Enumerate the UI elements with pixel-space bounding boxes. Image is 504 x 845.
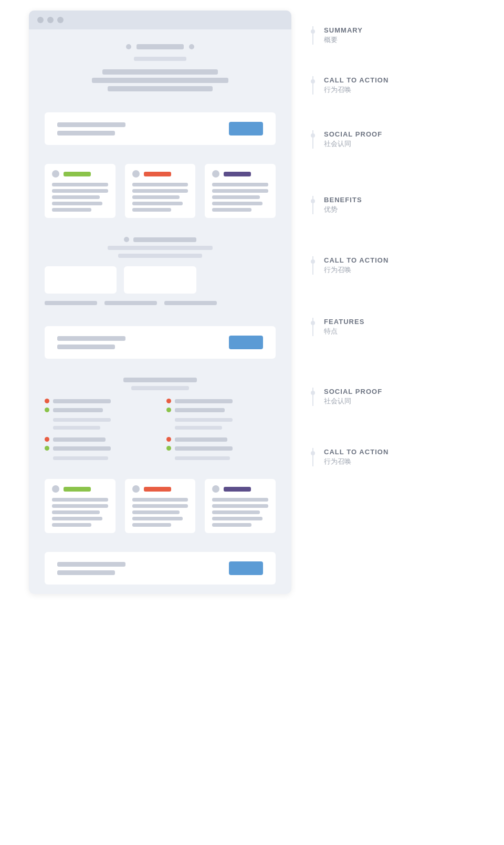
label-cta1: CALL TO ACTION 行为召唤 [312,76,504,95]
summary-dot-right [189,44,194,49]
feat-dot-red3 [166,399,171,403]
benefit-card3 [204,266,276,294]
social2-avatar3 [212,485,219,493]
cta2-box [45,326,276,359]
label-cta1-en: CALL TO ACTION [324,76,504,84]
feat-bar2 [53,408,103,412]
s2c1b3 [52,510,100,514]
s2c2b4 [132,517,183,520]
feat-dot-red1 [45,399,49,403]
social1-card3-header [212,170,268,178]
social1-avatar3 [212,170,219,178]
summary-bar-2 [92,78,228,83]
cta3-button[interactable] [229,561,263,575]
social2-avatar1 [52,485,59,493]
benefits-footer [45,301,276,305]
label-group-social2: SOCIAL PROOF 社会认同 [312,388,504,448]
social1-tag1 [64,172,91,176]
cta1-line1 [57,122,125,127]
benefit-footer-bar2 [104,301,157,305]
s1c1b3 [52,195,100,199]
social1-card1 [45,164,116,218]
label-group-cta1: CALL TO ACTION 行为召唤 [312,76,504,130]
label-cta3: CALL TO ACTION 行为召唤 [312,448,504,466]
s1c3b5 [212,208,251,212]
social2-avatar2 [132,485,140,493]
summary-bars [92,69,228,91]
cta1-section [29,103,291,154]
label-group-cta2: CALL TO ACTION 行为召唤 [312,256,504,318]
feat-bar3 [53,437,106,442]
feat-sub6 [175,456,230,460]
label-cta3-en: CALL TO ACTION [324,448,504,456]
traffic-light-red [37,17,44,23]
s2c3b1 [212,498,268,502]
social2-card1-header [52,485,108,493]
label-cta2-zh: 行为召唤 [324,265,504,275]
traffic-light-green [57,17,64,23]
benefits-sub-bar2 [118,254,202,258]
social2-tag1 [64,487,91,492]
social2-card3-bars [212,498,268,527]
cta1-line2 [57,131,115,135]
cta1-button[interactable] [229,122,263,135]
feat-bar4 [53,446,111,451]
cta2-line1 [57,336,125,341]
label-group-benefits: BENEFITS 优势 [312,196,504,256]
feat-bar7 [175,437,227,442]
features-col1 [45,399,154,460]
feat-sub5 [175,426,222,430]
s2c2b5 [132,523,172,527]
feat-sub3 [53,456,108,460]
s2c3b2 [212,504,268,508]
social1-card1-header [52,170,108,178]
benefit-footer-bar1 [45,301,97,305]
label-group-features: FEATURES 特点 [312,318,504,388]
feat-dot-green2 [45,446,49,451]
feat-row7 [166,437,276,442]
benefits-sub-bar [108,246,213,250]
label-summary-en: SUMMARY [324,26,504,34]
feat-dot-green3 [166,408,171,412]
social1-card2-bars [132,183,188,212]
traffic-light-yellow [47,17,54,23]
s2c2b2 [132,504,188,508]
cta2-line2 [57,345,115,349]
summary-bar-3 [108,86,213,91]
feat-bar5 [175,399,233,403]
feat-dot-red4 [166,437,171,442]
s2c2b3 [132,510,180,514]
browser-mockup [29,11,291,594]
features-header [45,378,276,390]
s1c2b4 [132,202,183,205]
features-col2 [166,399,276,460]
features-section [29,368,291,470]
label-social2-zh: 社会认同 [324,397,504,406]
label-features-en: FEATURES [324,318,504,326]
feat-row6 [166,408,276,412]
social1-avatar2 [132,170,140,178]
cta2-button[interactable] [229,336,263,349]
s2c2b1 [132,498,188,502]
label-features-zh: 特点 [324,327,504,336]
s1c3b3 [212,195,260,199]
label-features: FEATURES 特点 [312,318,504,336]
summary-bar-1 [102,69,218,75]
social1-card3 [205,164,276,218]
s1c1b1 [52,183,108,186]
label-social2-en: SOCIAL PROOF [324,388,504,395]
label-cta2: CALL TO ACTION 行为召唤 [312,256,504,275]
s1c2b3 [132,195,180,199]
cta2-section [29,317,291,368]
s1c1b4 [52,202,102,205]
label-group-social1: SOCIAL PROOF 社会认同 [312,130,504,196]
benefits-dot [124,237,129,242]
social2-card2-header [132,485,188,493]
s1c3b1 [212,183,268,186]
benefits-title-bar [133,237,196,242]
summary-section [29,29,291,103]
social1-tag2 [144,172,171,176]
cta3-lines [57,562,125,575]
feat-dot-green1 [45,408,49,412]
label-social1-en: SOCIAL PROOF [324,130,504,138]
